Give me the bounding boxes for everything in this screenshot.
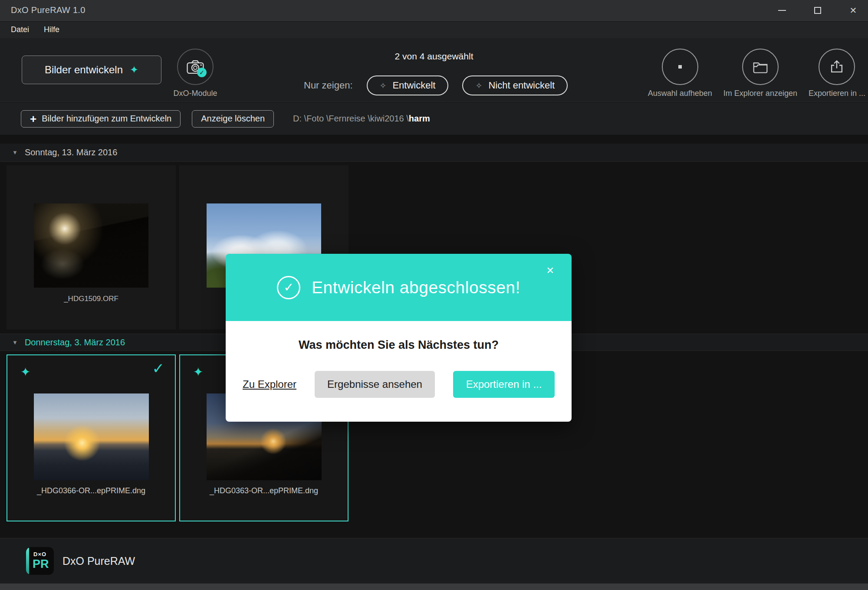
maximize-icon: [814, 7, 821, 14]
dialog-question: Was möchten Sie als Nächstes tun?: [299, 338, 499, 352]
breadcrumb-path: D: \Foto \Fernreise \kiwi2016 \: [293, 114, 409, 123]
group-date-2: Donnerstag, 3. März 2016: [25, 338, 125, 347]
main-toolbar: Bilder entwickeln ✦ ✓ DxO-Module 2 von 4…: [0, 38, 868, 102]
menu-item-datei[interactable]: Datei: [11, 25, 29, 34]
dialog-body: Was möchten Sie als Nächstes tun? Zu Exp…: [226, 321, 572, 422]
export-to-label: Exportieren in ...: [809, 89, 865, 98]
deselect-all-button[interactable]: Auswahl aufheben: [648, 49, 712, 98]
title-bar: DxO PureRAW 1.0 ✕: [0, 0, 868, 21]
export-to-button[interactable]: Exportieren in ...: [809, 49, 865, 98]
logo-dxo-text: D×O: [33, 551, 46, 557]
sparkle-icon: ✦: [20, 365, 30, 379]
filter-label: Nur zeigen:: [304, 80, 353, 91]
close-icon: ✕: [850, 6, 857, 15]
toolbar-actions: Auswahl aufheben Im Explorer anzeigen Ex…: [648, 49, 865, 98]
sparkle-outline-icon: ✧: [380, 81, 387, 91]
dxo-purewraw-logo-icon: D×O PR: [26, 547, 54, 575]
filter-not-developed-button[interactable]: ✧ Nicht entwickelt: [462, 75, 568, 95]
photo-tile-selected[interactable]: ✦ ✓ _HDG0366-OR...epPRIME.dng: [7, 354, 176, 521]
dialog-title: Entwickeln abgeschlossen!: [312, 278, 520, 297]
menu-bar: Datei Hilfe: [0, 21, 868, 38]
brand-name: DxO PureRAW: [62, 555, 135, 567]
menu-item-hilfe[interactable]: Hilfe: [44, 25, 59, 34]
dialog-buttons: Zu Explorer Ergebnisse ansehen Exportier…: [243, 371, 555, 398]
photo-filename: _HDG0363-OR...epPRIME.dng: [210, 486, 318, 495]
clear-view-button[interactable]: Anzeige löschen: [192, 110, 274, 128]
clear-view-label: Anzeige löschen: [201, 114, 265, 124]
breadcrumb-current-folder: harm: [409, 114, 430, 123]
photo-tile[interactable]: _HDG1509.ORF: [7, 165, 176, 329]
view-results-button[interactable]: Ergebnisse ansehen: [315, 371, 435, 398]
group-header-1: ▼ Sonntag, 13. März 2016: [0, 144, 868, 162]
develop-images-button[interactable]: Bilder entwickeln ✦: [22, 56, 161, 84]
dxo-module-button[interactable]: ✓ DxO-Module: [168, 49, 222, 98]
sparkle-icon: ✦: [130, 64, 138, 76]
close-button[interactable]: ✕: [845, 2, 862, 19]
deselect-icon: [662, 49, 698, 85]
dialog-close-icon[interactable]: ✕: [546, 265, 554, 276]
export-to-dialog-button[interactable]: Exportieren in ...: [453, 371, 555, 398]
maximize-button[interactable]: [809, 2, 826, 19]
window-controls: ✕: [773, 0, 862, 21]
to-explorer-link[interactable]: Zu Explorer: [243, 378, 296, 390]
filter-row: Nur zeigen: ✧ Entwickelt ✧ Nicht entwick…: [304, 75, 568, 95]
sparkle-icon: ✦: [193, 365, 203, 379]
thumbnail-night-scene: [34, 203, 148, 288]
show-in-explorer-button[interactable]: Im Explorer anzeigen: [723, 49, 797, 98]
group-date-1: Sonntag, 13. März 2016: [25, 148, 117, 157]
photo-filename: _HDG1509.ORF: [64, 295, 118, 303]
minimize-button[interactable]: [773, 2, 791, 19]
dxo-module-label: DxO-Module: [173, 89, 217, 98]
development-complete-dialog: ✓ Entwickeln abgeschlossen! ✕ Was möchte…: [226, 254, 572, 422]
export-icon: [819, 49, 855, 85]
plus-icon: +: [30, 113, 36, 125]
logo-pr-text: PR: [33, 557, 49, 571]
filter-developed-button[interactable]: ✧ Entwickelt: [367, 75, 449, 95]
dialog-header: ✓ Entwickeln abgeschlossen! ✕: [226, 254, 572, 321]
folder-icon: [742, 49, 779, 85]
photo-filename: _HDG0366-OR...epPRIME.dng: [37, 486, 145, 495]
add-images-label: Bilder hinzufügen zum Entwickeln: [42, 114, 171, 124]
show-in-explorer-label: Im Explorer anzeigen: [723, 89, 797, 98]
action-bar: + Bilder hinzufügen zum Entwickeln Anzei…: [0, 102, 868, 135]
add-images-button[interactable]: + Bilder hinzufügen zum Entwickeln: [21, 110, 181, 128]
breadcrumb[interactable]: D: \Foto \Fernreise \kiwi2016 \harm: [293, 114, 430, 124]
footer: D×O PR DxO PureRAW: [0, 538, 868, 583]
thumbnail-sunset-scene: [34, 393, 149, 480]
selection-count: 2 von 4 ausgewählt: [343, 51, 525, 62]
bottom-edge-strip: [0, 583, 868, 590]
collapse-triangle-icon[interactable]: ▼: [12, 149, 18, 156]
collapse-triangle-icon[interactable]: ▼: [12, 339, 18, 346]
deselect-all-label: Auswahl aufheben: [648, 89, 712, 98]
check-badge-icon: ✓: [197, 68, 207, 77]
selected-check-icon: ✓: [152, 360, 165, 377]
sparkle-outline-icon: ✧: [475, 81, 482, 91]
minimize-icon: [778, 10, 786, 11]
success-check-icon: ✓: [277, 276, 300, 299]
filter-not-developed-label: Nicht entwickelt: [488, 80, 555, 91]
filter-developed-label: Entwickelt: [392, 80, 435, 91]
develop-images-label: Bilder entwickeln: [45, 64, 123, 76]
window-title: DxO PureRAW 1.0: [11, 5, 85, 15]
camera-icon: ✓: [177, 49, 214, 85]
